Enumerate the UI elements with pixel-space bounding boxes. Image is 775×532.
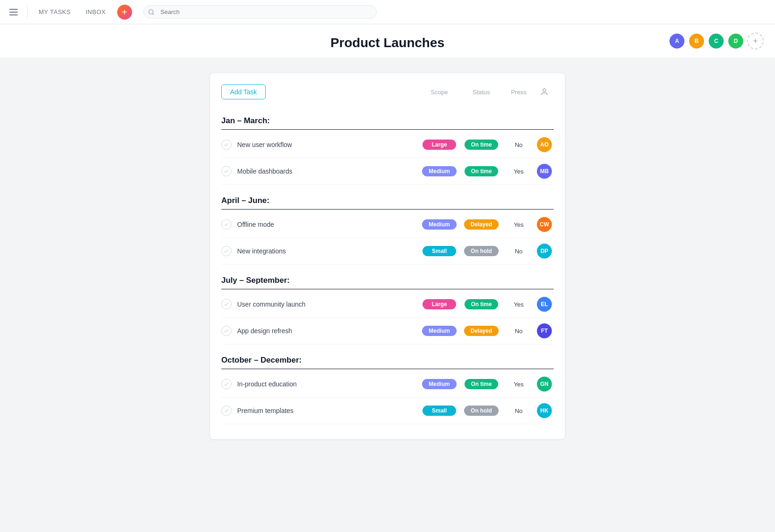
- press-col: Yes: [502, 301, 535, 308]
- scope-col: Small: [418, 246, 460, 256]
- person-col: FT: [535, 323, 554, 338]
- status-col: On time: [460, 140, 502, 150]
- press-col: No: [502, 141, 535, 148]
- section: Jan – March:New user workflowLargeOn tim…: [221, 109, 554, 185]
- add-member-button[interactable]: +: [747, 33, 764, 49]
- topbar-divider: [27, 5, 28, 20]
- scope-badge: Large: [423, 299, 456, 309]
- scope-badge: Large: [423, 140, 456, 150]
- press-col: No: [502, 407, 535, 414]
- task-checkbox[interactable]: [221, 219, 232, 230]
- task-row: New integrationsSmallOn holdNoDP: [221, 238, 554, 265]
- task-cols: MediumOn timeYesGN: [418, 377, 554, 392]
- task-row: App design refreshMediumDelayedNoFT: [221, 318, 554, 344]
- search-input[interactable]: [143, 5, 377, 19]
- scope-badge: Small: [423, 406, 456, 416]
- task-row: New user workflowLargeOn timeNoAO: [221, 132, 554, 158]
- col-person-icon: [535, 88, 554, 96]
- section-header: July – September:: [221, 268, 554, 289]
- press-col: Yes: [502, 168, 535, 175]
- task-checkbox[interactable]: [221, 299, 232, 309]
- section-header: Jan – March:: [221, 109, 554, 130]
- task-cols: MediumDelayedYesCW: [418, 217, 554, 232]
- status-col: On time: [460, 166, 502, 176]
- scope-col: Medium: [418, 219, 460, 230]
- section-header: October – December:: [221, 348, 554, 369]
- add-button[interactable]: +: [117, 5, 132, 20]
- avatar: DP: [537, 244, 552, 259]
- task-row: User community launchLargeOn timeYesEL: [221, 291, 554, 318]
- scope-col: Large: [418, 140, 460, 150]
- section: July – September:User community launchLa…: [221, 268, 554, 344]
- task-checkbox[interactable]: [221, 406, 232, 416]
- task-checkbox[interactable]: [221, 166, 232, 176]
- sections-container: Jan – March:New user workflowLargeOn tim…: [221, 109, 554, 424]
- scope-col: Medium: [418, 326, 460, 336]
- person-col: HK: [535, 403, 554, 418]
- hamburger-menu[interactable]: [7, 7, 20, 17]
- scope-col: Medium: [418, 379, 460, 389]
- press-col: Yes: [502, 221, 535, 228]
- avatar: CW: [537, 217, 552, 232]
- avatar: FT: [537, 323, 552, 338]
- page-header: Product Launches ABCD+: [0, 24, 775, 58]
- task-cols: LargeOn timeNoAO: [418, 137, 554, 152]
- scope-badge: Small: [423, 246, 456, 256]
- status-badge: On hold: [464, 406, 498, 416]
- press-col: No: [502, 248, 535, 255]
- avatar: AO: [537, 137, 552, 152]
- status-badge: Delayed: [464, 219, 499, 230]
- task-cols: MediumOn timeYesMB: [418, 164, 554, 179]
- page-title: Product Launches: [331, 35, 444, 50]
- avatar: A: [669, 33, 685, 49]
- person-col: GN: [535, 377, 554, 392]
- section: April – June:Offline modeMediumDelayedYe…: [221, 189, 554, 265]
- task-cols: LargeOn timeYesEL: [418, 297, 554, 312]
- person-col: MB: [535, 164, 554, 179]
- task-name: Premium templates: [237, 407, 418, 414]
- avatar: MB: [537, 164, 552, 179]
- task-name: New user workflow: [237, 141, 418, 148]
- status-badge: On time: [465, 299, 499, 309]
- task-checkbox[interactable]: [221, 379, 232, 389]
- nav-inbox[interactable]: INBOX: [82, 7, 109, 17]
- status-badge: On time: [465, 166, 499, 176]
- svg-point-2: [543, 89, 546, 91]
- status-col: On time: [460, 379, 502, 389]
- press-col: No: [502, 328, 535, 335]
- status-badge: On time: [465, 379, 499, 389]
- nav-my-tasks[interactable]: MY TASKS: [35, 7, 74, 17]
- scope-badge: Medium: [422, 379, 456, 389]
- scope-badge: Medium: [422, 219, 456, 230]
- task-name: New integrations: [237, 247, 418, 255]
- avatar: HK: [537, 403, 552, 418]
- section-header: April – June:: [221, 189, 554, 210]
- avatars-row: ABCD+: [669, 33, 764, 49]
- person-col: CW: [535, 217, 554, 232]
- task-checkbox[interactable]: [221, 246, 232, 256]
- task-cols: SmallOn holdNoDP: [418, 244, 554, 259]
- avatar: C: [708, 33, 725, 49]
- person-col: AO: [535, 137, 554, 152]
- status-col: On hold: [460, 406, 502, 416]
- avatar: EL: [537, 297, 552, 312]
- task-row: In-product educationMediumOn timeYesGN: [221, 371, 554, 398]
- topbar: MY TASKS INBOX +: [0, 0, 775, 24]
- task-checkbox[interactable]: [221, 326, 232, 336]
- status-badge: On time: [465, 140, 499, 150]
- task-name: In-product education: [237, 380, 418, 388]
- status-col: Delayed: [460, 326, 502, 336]
- avatar: B: [688, 33, 705, 49]
- scope-badge: Medium: [422, 166, 456, 176]
- section: October – December:In-product educationM…: [221, 348, 554, 424]
- task-name: Mobile dashboards: [237, 168, 418, 175]
- status-col: Delayed: [460, 219, 502, 230]
- status-badge: Delayed: [464, 326, 499, 336]
- task-checkbox[interactable]: [221, 140, 232, 150]
- press-col: Yes: [502, 381, 535, 388]
- main-content: Add Task Scope Status Press Jan – March:…: [0, 58, 775, 454]
- status-col: On time: [460, 299, 502, 309]
- status-col: On hold: [460, 246, 502, 256]
- add-task-button[interactable]: Add Task: [221, 84, 266, 99]
- avatar: GN: [537, 377, 552, 392]
